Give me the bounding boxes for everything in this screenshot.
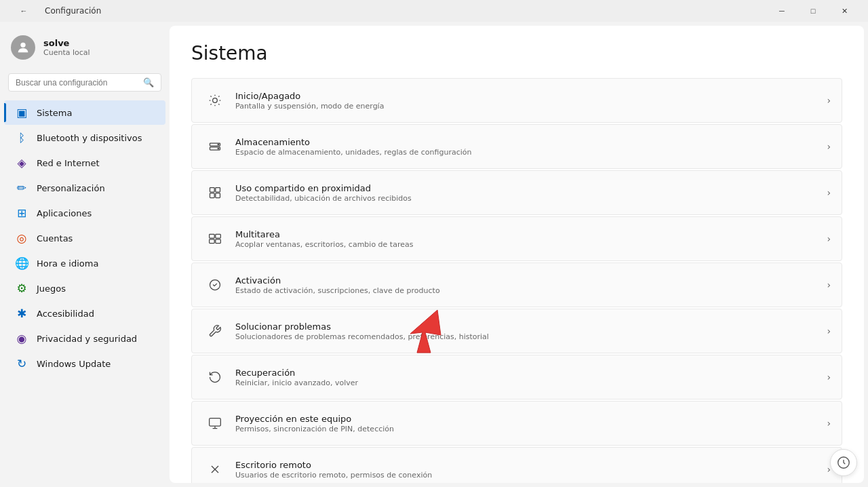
settings-item-multitarea[interactable]: Multitarea Acoplar ventanas, escritorios… (191, 216, 842, 261)
svg-rect-9 (216, 193, 220, 198)
search-box[interactable]: 🔍 (8, 73, 161, 92)
escritorio-remoto-title: Escritorio remoto (235, 460, 827, 470)
solucionar-desc: Solucionadores de problemas recomendados… (235, 332, 827, 341)
sidebar-item-juegos[interactable]: ⚙ Juegos (4, 276, 165, 300)
bluetooth-icon: ᛒ (15, 131, 28, 144)
cuentas-icon: ◎ (15, 231, 28, 245)
sidebar-item-cuentas[interactable]: ◎ Cuentas (4, 226, 165, 250)
svg-rect-6 (210, 188, 215, 193)
sidebar-item-personalizacion[interactable]: ✏ Personalización (4, 176, 165, 200)
search-input[interactable] (16, 78, 139, 87)
sidebar-item-update[interactable]: ↻ Windows Update (4, 351, 165, 376)
solucionar-chevron: › (827, 326, 831, 336)
settings-item-solucionar[interactable]: Solucionar problemas Solucionadores de p… (191, 309, 842, 353)
activacion-chevron: › (827, 279, 831, 290)
sidebar-item-aplicaciones[interactable]: ⊞ Aplicaciones (4, 201, 165, 225)
maximize-button[interactable]: □ (797, 0, 829, 22)
accesibilidad-icon: ✱ (15, 307, 28, 320)
svg-rect-15 (210, 418, 221, 427)
sidebar-item-hora[interactable]: 🌐 Hora e idioma (4, 251, 165, 275)
red-icon: ◈ (15, 156, 28, 170)
solucionar-title: Solucionar problemas (235, 322, 827, 332)
sidebar-item-label: Bluetooth y dispositivos (37, 133, 142, 143)
svg-point-4 (218, 144, 219, 145)
sidebar-item-sistema[interactable]: ▣ Sistema (4, 100, 165, 125)
username: solve (43, 38, 90, 48)
sidebar-item-label: Personalización (37, 183, 105, 193)
settings-item-recuperacion[interactable]: Recuperación Reiniciar, inicio avanzado,… (191, 355, 842, 400)
avatar (11, 35, 35, 60)
back-button[interactable]: ← (8, 0, 39, 22)
almacenamiento-title: Almacenamiento (235, 137, 827, 147)
recuperacion-title: Recuperación (235, 368, 827, 378)
sidebar-item-label: Juegos (37, 284, 66, 294)
sidebar-item-label: Windows Update (37, 359, 111, 369)
uso-compartido-desc: Detectabilidad, ubicación de archivos re… (235, 194, 827, 203)
svg-point-1 (213, 98, 218, 103)
apps-icon: ⊞ (15, 206, 28, 220)
almacenamiento-desc: Espacio de almacenamiento, unidades, reg… (235, 148, 827, 157)
minimize-button[interactable]: ─ (766, 0, 797, 22)
main-wrapper: Sistema Inicio/Apagado Pantalla y suspen… (170, 22, 868, 487)
sistema-icon: ▣ (15, 106, 28, 119)
recuperacion-chevron: › (827, 372, 831, 383)
sidebar: solve Cuenta local 🔍 ▣ Sistema ᛒ Bluetoo… (0, 22, 170, 487)
cortana-button[interactable] (830, 449, 857, 476)
svg-rect-13 (216, 239, 221, 244)
search-icon: 🔍 (143, 77, 154, 87)
multitarea-desc: Acoplar ventanas, escritorios, cambio de… (235, 240, 827, 249)
sidebar-item-label: Red e Internet (37, 158, 100, 168)
inicio-chevron: › (827, 95, 831, 106)
titlebar-controls: ─ □ ✕ (766, 0, 860, 22)
svg-rect-8 (210, 193, 215, 198)
escritorio-remoto-desc: Usuarios de escritorio remoto, permisos … (235, 471, 827, 480)
close-button[interactable]: ✕ (829, 0, 860, 22)
settings-item-uso-compartido[interactable]: Uso compartido en proximidad Detectabili… (191, 170, 842, 215)
titlebar-title: Configuración (45, 6, 101, 16)
recuperacion-desc: Reiniciar, inicio avanzado, volver (235, 378, 827, 387)
sidebar-item-label: Cuentas (37, 233, 73, 244)
almacenamiento-icon (203, 134, 227, 159)
activacion-icon (203, 273, 227, 297)
juegos-icon: ⚙ (15, 281, 28, 295)
sidebar-nav: ▣ Sistema ᛒ Bluetooth y dispositivos ◈ R… (0, 100, 170, 376)
activacion-desc: Estado de activación, suscripciones, cla… (235, 286, 827, 295)
proyeccion-chevron: › (827, 418, 831, 429)
sidebar-item-label: Hora e idioma (37, 258, 98, 269)
update-icon: ↻ (15, 357, 28, 370)
inicio-icon (203, 88, 227, 113)
hora-icon: 🌐 (15, 256, 28, 270)
almacenamiento-chevron: › (827, 141, 831, 152)
titlebar-left: ← Configuración (8, 0, 101, 22)
settings-item-inicio[interactable]: Inicio/Apagado Pantalla y suspensión, mo… (191, 78, 842, 123)
user-section[interactable]: solve Cuenta local (0, 27, 170, 71)
sidebar-item-label: Aplicaciones (37, 208, 92, 218)
solucionar-icon (203, 319, 227, 343)
svg-rect-7 (216, 188, 220, 193)
svg-point-0 (20, 43, 25, 47)
uso-compartido-icon (203, 180, 227, 205)
sidebar-item-red[interactable]: ◈ Red e Internet (4, 151, 165, 175)
recuperacion-icon (203, 365, 227, 389)
multitarea-title: Multitarea (235, 229, 827, 239)
inicio-desc: Pantalla y suspensión, modo de energía (235, 102, 827, 111)
page-title: Sistema (191, 42, 842, 64)
svg-rect-12 (210, 239, 215, 244)
sidebar-item-label: Sistema (37, 108, 72, 118)
settings-list: Inicio/Apagado Pantalla y suspensión, mo… (191, 78, 842, 483)
settings-item-escritorio-remoto[interactable]: Escritorio remoto Usuarios de escritorio… (191, 447, 842, 483)
settings-item-proyeccion[interactable]: Proyección en este equipo Permisos, sinc… (191, 401, 842, 446)
proyeccion-icon (203, 411, 227, 435)
sidebar-item-bluetooth[interactable]: ᛒ Bluetooth y dispositivos (4, 125, 165, 150)
sidebar-item-privacidad[interactable]: ◉ Privacidad y seguridad (4, 326, 165, 351)
titlebar: ← Configuración ─ □ ✕ (0, 0, 868, 22)
svg-point-5 (218, 148, 219, 149)
main-content: Sistema Inicio/Apagado Pantalla y suspen… (170, 26, 864, 483)
uso-compartido-title: Uso compartido en proximidad (235, 183, 827, 193)
sidebar-item-accesibilidad[interactable]: ✱ Accesibilidad (4, 301, 165, 326)
inicio-title: Inicio/Apagado (235, 91, 827, 101)
privacidad-icon: ◉ (15, 332, 28, 345)
settings-item-almacenamiento[interactable]: Almacenamiento Espacio de almacenamiento… (191, 124, 842, 169)
settings-item-activacion[interactable]: Activación Estado de activación, suscrip… (191, 262, 842, 307)
svg-rect-11 (216, 234, 221, 238)
